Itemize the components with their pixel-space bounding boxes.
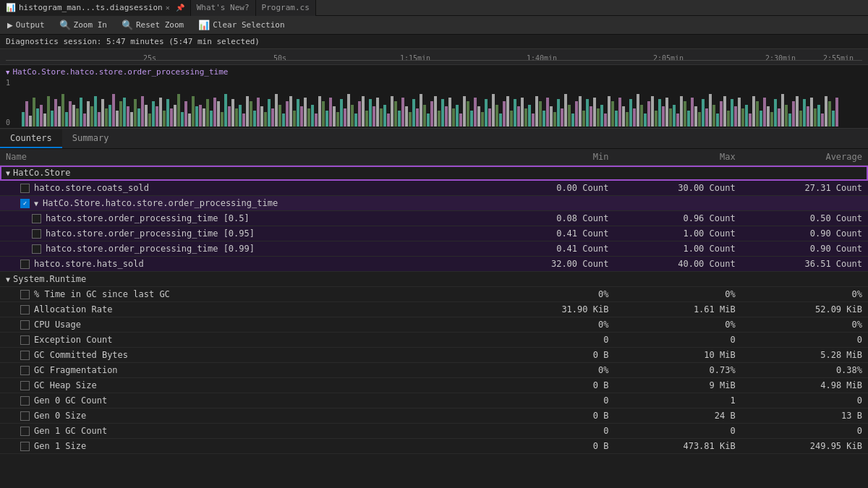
row-gc-frag[interactable]: GC Fragmentation 0% 0.73% 0.38% [0,363,868,378]
checkbox-opt095[interactable] [32,229,41,239]
chart-bar-139 [524,108,527,127]
chart-bar-110 [420,94,422,127]
checkbox-cpu[interactable] [20,320,30,330]
chart-bar-9 [54,99,57,127]
checkbox-opt05[interactable] [32,214,41,223]
chart-bar-103 [394,101,397,127]
chart-bar-163 [611,101,614,127]
group-collapse-hatco[interactable]: ▼ [6,169,10,177]
chart-bar-215 [799,111,802,127]
cell-name-gccommitted: GC Committed Bytes [0,348,488,363]
row-opt-095[interactable]: hatco.store.order_processing_time [0.95]… [0,226,868,241]
chart-bar-137 [517,106,520,127]
row-gc-heap[interactable]: GC Heap Size 0 B 9 MiB 4.98 MiB [0,378,868,393]
chart-bar-48 [195,106,198,127]
chart-bar-174 [651,96,654,127]
chart-bar-204 [760,111,762,127]
checkbox-gen1size[interactable] [20,442,30,451]
chart-bar-150 [564,94,567,127]
group-collapse-sysruntime[interactable]: ▼ [6,275,10,283]
row-exception[interactable]: Exception Count 0 0 0 [0,333,868,348]
group-row-hatco[interactable]: ▼ HatCo.Store [0,166,868,181]
chart-bar-179 [669,108,672,127]
chart-bar-156 [586,99,589,127]
checkbox-opt[interactable] [20,199,30,208]
row-opt-099[interactable]: hatco.store.order_processing_time [0.99]… [0,241,868,257]
chart-bar-109 [416,108,419,127]
chart-bar-11 [61,94,64,127]
chart-bar-206 [767,106,770,127]
zoom-in-label: Zoom In [74,20,107,30]
chart-bar-19 [90,106,93,127]
row-cpu[interactable]: CPU Usage 0% 0% 0% [0,317,868,333]
chart-bar-82 [318,96,321,127]
checkbox-opt099[interactable] [32,244,41,254]
cell-avg-gen0size: 13 B [741,408,868,424]
group-row-sysruntime[interactable]: ▼ System.Runtime [0,272,868,287]
checkbox-coats[interactable] [20,184,30,193]
checkbox-gcheap[interactable] [20,381,30,390]
chart-bar-108 [412,99,415,127]
zoom-in-button[interactable]: 🔍 Zoom In [56,18,110,32]
tab-summary[interactable]: Summary [62,129,119,148]
checkbox-gcfrag[interactable] [20,366,30,375]
tab-programcs[interactable]: Program.cs [256,0,316,16]
chart-bar-57 [228,106,231,127]
checkbox-gen0size[interactable] [20,411,30,421]
row-hats-sold[interactable]: hatco.store.hats_sold 32.00 Count 40.00 … [0,257,868,272]
row-gen0gc[interactable]: Gen 0 GC Count 0 1 0 [0,393,868,408]
chart-bar-12 [65,112,68,127]
chart-bar-33 [141,96,144,127]
chart-bar-127 [481,112,484,127]
col-header-max: Max [614,149,741,166]
checkbox-gccommitted[interactable] [20,351,30,360]
chart-bar-224 [832,111,835,127]
close-icon-diagsession[interactable]: ✕ [166,4,170,12]
clear-selection-icon: 📊 [198,20,210,30]
checkbox-hats[interactable] [20,260,30,269]
chart-bar-146 [550,106,553,127]
chart-collapse-icon[interactable]: ▼ [6,69,9,76]
cell-name-gen0size: Gen 0 Size [0,408,488,424]
checkbox-gen0gc[interactable] [20,396,30,406]
row-coats-sold[interactable]: hatco.store.coats_sold 0.00 Count 30.00 … [0,181,868,196]
row-opt-05[interactable]: hatco.store.order_processing_time [0.5] … [0,211,868,226]
chart-bar-31 [134,99,137,127]
reset-zoom-button[interactable]: 🔍 Reset Zoom [119,18,187,32]
checkbox-exception[interactable] [20,335,30,345]
chart-bar-99 [380,108,383,127]
cell-min-opt05: 0.08 Count [488,211,614,226]
row-alloc-rate[interactable]: Allocation Rate 31.90 KiB 1.61 MiB 52.09… [0,302,868,317]
chart-bar-183 [684,101,686,127]
pin-icon[interactable]: 📌 [176,4,184,12]
row-gen1gc[interactable]: Gen 1 GC Count 0 0 0 [0,424,868,439]
cell-name-gen1gc: Gen 1 GC Count [0,424,488,439]
chart-bar-173 [647,101,650,127]
chart-bar-79 [307,108,310,127]
row-time-gc[interactable]: % Time in GC since last GC 0% 0% 0% [0,287,868,302]
chart-bar-186 [694,106,697,127]
row-opt-group[interactable]: ▼ HatCo.Store.hatco.store.order_processi… [0,196,868,211]
chart-bar-60 [239,105,242,127]
tab-whatsnew[interactable]: What's New? [191,0,256,16]
chart-bar-212 [788,114,791,127]
chart-bar-140 [528,105,531,127]
cell-min-alloc: 31.90 KiB [488,302,614,317]
chart-bar-73 [286,101,289,127]
main-table-container[interactable]: Name Min Max Average ▼ HatCo.Sto [0,149,868,488]
checkbox-gen1gc[interactable] [20,427,30,436]
row-gc-committed[interactable]: GC Committed Bytes 0 B 10 MiB 5.28 MiB [0,348,868,363]
row-gen1size[interactable]: Gen 1 Size 0 B 473.81 KiB 249.95 KiB [0,439,868,454]
clear-selection-button[interactable]: 📊 Clear Selection [195,18,287,32]
chart-bar-94 [362,96,365,127]
tab-diagsession[interactable]: 📊 histogram_man...ts.diagsession ✕ 📌 [0,0,191,16]
row-label-opt099: hatco.store.order_processing_time [0.99] [46,244,255,254]
row-gen0size[interactable]: Gen 0 Size 0 B 24 B 13 B [0,408,868,424]
tri-opt[interactable]: ▼ [34,200,38,207]
chart-bar-114 [434,96,437,127]
cell-opt-group: ▼ HatCo.Store.hatco.store.order_processi… [0,196,868,211]
output-button[interactable]: ▶ Output [4,18,48,32]
tab-counters[interactable]: Counters [0,129,62,148]
checkbox-alloc[interactable] [20,305,30,314]
checkbox-timegc[interactable] [20,290,30,299]
